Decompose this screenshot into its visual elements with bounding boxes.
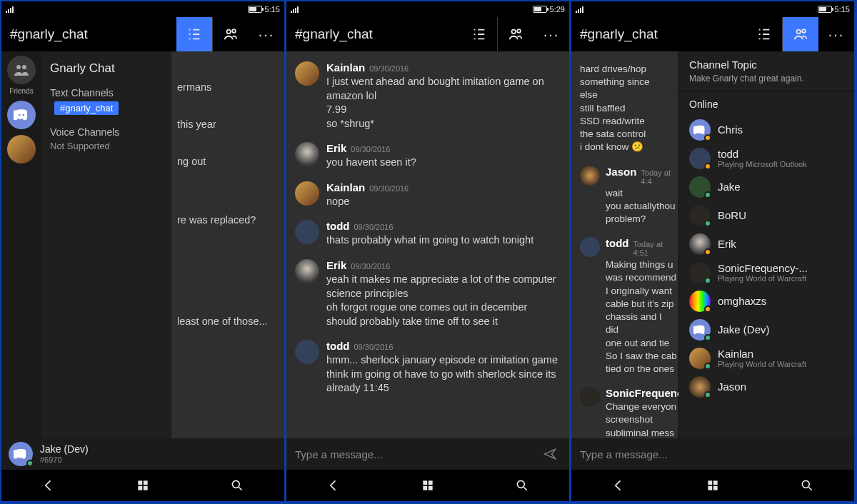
channels-button[interactable] (461, 17, 497, 51)
nav-back[interactable] (601, 478, 636, 493)
member-avatar (689, 176, 711, 198)
more-button[interactable]: ··· (818, 17, 854, 51)
channel-gnarly-chat[interactable]: #gnarly_chat (54, 101, 119, 115)
status-indicator (704, 191, 711, 198)
server-name[interactable]: Gnarly Chat (49, 57, 164, 83)
message-username[interactable]: todd (326, 220, 349, 232)
nav-back[interactable] (316, 478, 351, 493)
member-row[interactable]: toddPlaying Microsoft Outlook (689, 144, 844, 173)
message-avatar[interactable] (295, 142, 319, 166)
nav-bar (1, 470, 284, 501)
channels-button[interactable] (176, 17, 212, 51)
message-avatar[interactable] (295, 340, 319, 364)
member-row[interactable]: BoRU (689, 201, 844, 230)
more-button[interactable]: ··· (533, 17, 569, 51)
channel-topic-text: Make Gnarly chat great again. (689, 74, 844, 84)
member-row[interactable]: Chris (689, 116, 844, 144)
channels-button[interactable] (746, 17, 782, 51)
message-username[interactable]: Kainlan (326, 61, 365, 74)
svg-point-28 (802, 29, 806, 33)
channel-title[interactable]: #gnarly_chat (286, 17, 461, 51)
member-avatar (689, 119, 711, 141)
battery-icon (818, 6, 832, 13)
server-list: Friends (1, 51, 41, 470)
member-row[interactable]: Jake (689, 173, 844, 201)
member-row[interactable]: Jake (Dev) (689, 316, 844, 344)
send-button[interactable] (539, 447, 561, 461)
channel-list: Gnarly Chat Text Channels #gnarly_chat V… (41, 51, 171, 470)
member-avatar (689, 319, 711, 341)
friends-button[interactable] (7, 56, 36, 84)
message-text: nope (326, 195, 561, 209)
server-other[interactable] (7, 135, 36, 163)
svg-point-33 (802, 480, 809, 488)
voice-channels-header: Voice Channels (50, 126, 164, 138)
signal-icon (291, 6, 299, 13)
battery-icon (533, 6, 547, 13)
message-row: todd09/30/2016hmm... sherlock january ep… (294, 334, 562, 401)
svg-point-3 (227, 30, 231, 34)
message-avatar[interactable] (580, 166, 600, 186)
member-row[interactable]: Jason (689, 373, 844, 401)
message-avatar[interactable] (295, 61, 319, 86)
nav-home[interactable] (410, 478, 446, 493)
nav-home[interactable] (695, 478, 731, 493)
member-avatar (689, 205, 711, 226)
message-row: Erik09/30/2016you havent seen it? (294, 136, 562, 176)
message-avatar[interactable] (580, 387, 600, 407)
app-header: #gnarly_chat ··· (571, 17, 854, 51)
message-text: yeah it makes me appreciate a lot of the… (326, 273, 561, 328)
svg-point-17 (512, 30, 516, 34)
svg-point-8 (22, 114, 24, 116)
members-button[interactable] (213, 17, 249, 51)
message-username[interactable]: todd (606, 237, 628, 249)
nav-search[interactable] (789, 478, 825, 493)
channel-title[interactable]: #gnarly_chat (571, 17, 746, 51)
status-indicator (704, 391, 711, 398)
message-username[interactable]: Kainlan (326, 181, 365, 193)
composer: Type a message... (286, 438, 569, 470)
message-list[interactable]: Kainlan09/30/2016I just went ahead and b… (286, 51, 569, 438)
member-row[interactable]: Erik (689, 230, 844, 258)
message-row: hard drives/hop something since else sti… (578, 57, 678, 160)
message-avatar[interactable] (295, 181, 319, 206)
member-row[interactable]: SonicFrequency-...Playing World of Warcr… (689, 258, 844, 287)
voice-not-supported: Not Supported (50, 141, 164, 151)
message-input[interactable]: Type a message... (295, 448, 539, 460)
svg-rect-30 (713, 480, 718, 485)
member-avatar (689, 262, 711, 283)
message-username[interactable]: Jason (606, 166, 636, 178)
message-row: toddToday at 4:51Making things u was rec… (578, 231, 678, 381)
message-username[interactable]: Erik (326, 259, 346, 271)
members-list: ChristoddPlaying Microsoft OutlookJakeBo… (689, 116, 844, 401)
svg-point-23 (517, 480, 524, 488)
message-avatar[interactable] (295, 220, 319, 244)
member-row[interactable]: KainlanPlaying World of Warcraft (689, 344, 844, 373)
member-avatar (689, 348, 711, 369)
members-button[interactable] (498, 17, 533, 51)
member-name: SonicFrequency-... (718, 263, 808, 275)
more-button[interactable]: ··· (249, 17, 284, 51)
battery-icon (248, 6, 262, 13)
message-text: you havent seen it? (326, 156, 561, 170)
channel-title[interactable]: #gnarly_chat (1, 17, 176, 51)
nav-back[interactable] (31, 478, 66, 493)
members-button[interactable] (783, 17, 818, 51)
nav-home[interactable] (125, 478, 161, 493)
message-avatar[interactable] (580, 237, 600, 257)
message-avatar[interactable] (295, 259, 319, 283)
server-gnarly[interactable] (7, 101, 36, 129)
member-row[interactable]: omghaxzs (689, 287, 844, 316)
message-input[interactable]: Type a message... (580, 448, 846, 460)
member-name: Erik (718, 238, 736, 251)
message-username[interactable]: Erik (326, 142, 346, 154)
user-tag: #6970 (40, 455, 89, 464)
user-footer[interactable]: Jake (Dev) #6970 (1, 438, 284, 470)
message-username[interactable]: SonicFrequenc (606, 387, 678, 399)
nav-search[interactable] (504, 478, 540, 493)
nav-search[interactable] (219, 478, 255, 493)
message-username[interactable]: todd (326, 340, 349, 352)
status-indicator (704, 248, 711, 256)
chat-partial: hard drives/hop something since else sti… (571, 51, 678, 438)
members-main: hard drives/hop something since else sti… (571, 51, 854, 438)
